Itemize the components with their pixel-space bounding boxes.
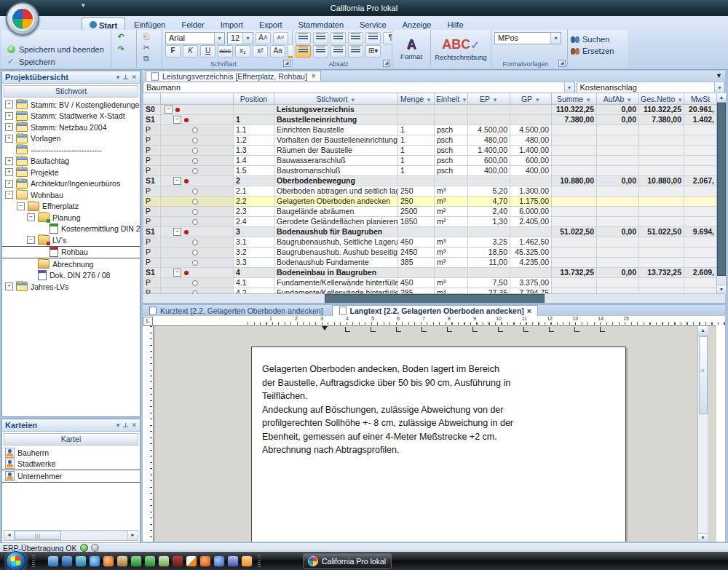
row-tree-cell[interactable]: − [161,176,234,186]
row-tree-cell[interactable]: − [161,156,234,166]
align-center-button[interactable] [313,45,328,58]
quick-launch-icon[interactable] [214,556,224,566]
table-row[interactable]: P − 4.2 Fundamente/Kellerwände hinterfül… [143,288,717,294]
row-tree-cell[interactable]: − [161,207,234,217]
row-tree-cell[interactable]: − [161,186,234,197]
numbered-list-button[interactable] [313,32,328,44]
page[interactable]: Gelagerten Oberboden andecken, Boden lag… [251,347,626,542]
tab-overflow-icon[interactable]: ▼ [716,71,722,81]
tree-item[interactable]: ---------------------------- [2,144,140,156]
tree-item[interactable]: Dok. DIN 276 / 08 [2,270,140,282]
tree-item[interactable]: Stamm: Stadtwerke X-Stadt [2,111,140,122]
collapse-icon[interactable]: − [173,228,181,236]
font-size-combo[interactable]: 12▾ [227,32,253,44]
grid-column-header[interactable]: Position▼ [234,93,274,105]
ribbon-tab[interactable]: Service [352,17,394,31]
tree-item[interactable]: LV's [2,234,140,246]
quick-launch-icon[interactable] [90,556,100,566]
horizontal-ruler[interactable]: 123456789101112131415 [248,316,725,325]
expander-icon[interactable] [27,236,35,244]
kartei-item[interactable]: Stadtwerke [2,459,140,470]
row-tree-cell[interactable]: − [161,258,234,268]
scroll-right-icon[interactable]: ► [127,531,138,540]
ribbon-tab[interactable]: Export [252,17,290,31]
expander-icon[interactable] [5,157,13,165]
row-tree-cell[interactable]: − [161,197,234,207]
style-combo[interactable]: MPos▾ [494,32,561,44]
format-button[interactable]: A Format [392,30,431,68]
grid-column-header[interactable]: AufAb▼ [597,93,639,105]
quick-launch-icon[interactable] [117,556,127,566]
quick-launch-icon[interactable] [242,556,252,566]
tree-item[interactable]: Architektur/Ingenieurbüros [2,178,140,190]
sort-dropdown-icon[interactable]: ▼ [492,97,498,103]
text-line[interactable]: der Baustelle, Auftragsdicke über 50 bis… [262,376,597,390]
project-column-header[interactable]: Stichwort [4,85,138,98]
table-row[interactable]: S0 − Leistungsverzeichnis 110.322,25 0,0… [143,105,717,115]
quick-launch-icon[interactable] [103,556,114,566]
superscript-button[interactable]: x² [253,45,268,58]
tab-stop-icons[interactable] [345,327,625,332]
ribbon-tab[interactable]: Import [213,17,250,31]
text-line[interactable]: Ebenheit, gemessen auf einer 4-Meter Meß… [262,430,597,444]
ribbon-tab[interactable]: Felder [175,17,212,31]
quick-launch-icon[interactable] [186,556,197,566]
scrollbar-thumb[interactable] [717,103,726,276]
paste-button[interactable]: ⎗ [140,32,153,42]
text-line[interactable]: Teilflächen. [262,389,597,403]
sort-dropdown-icon[interactable]: ▼ [677,97,683,103]
grid-column-header[interactable]: Einheit▼ [435,93,468,105]
table-row[interactable]: S1 − 4 Bodeneinbau in Baugruben 13.732,2… [143,268,717,278]
line-spacing-button[interactable]: ▾ [365,32,381,44]
row-tree-cell[interactable]: − [161,278,234,288]
tree-item[interactable]: Wohnbau [2,189,140,201]
expander-icon[interactable] [5,123,13,131]
tree-item[interactable]: Stamm: Netzbau 2004 [2,122,140,133]
table-row[interactable]: P − 3.2 Baugrubenaushub. Aushub beseitig… [143,248,717,258]
quick-launch-icon[interactable] [200,556,210,566]
row-tree-cell[interactable]: − [161,115,234,125]
tree-item[interactable]: Abrechnung [2,258,140,270]
grid-column-header[interactable]: EP▼ [468,93,510,105]
row-tree-cell[interactable]: − [161,248,234,258]
row-tree-cell[interactable]: − [161,217,234,227]
table-row[interactable]: P − 1.2 Vorhalten der Baustelleneinricht… [143,135,717,146]
ribbon-tab[interactable]: Start [82,17,125,31]
kartei-item[interactable]: Bauherrn [2,447,140,459]
quick-launch-icon[interactable] [62,556,72,566]
tree-item[interactable]: Effnerplatz [2,201,140,213]
change-case-button[interactable]: Aa [270,45,285,58]
editor-viewport[interactable]: Gelagerten Oberboden andecken, Boden lag… [154,326,708,542]
row-tree-cell[interactable]: − [161,288,234,294]
align-right-button[interactable] [331,45,346,58]
table-row[interactable]: S1 − 2 Oberbodenbewegung 10.880,00 0,00 … [143,176,717,186]
pin-icon[interactable]: ⊥ [122,421,128,429]
text-line[interactable]: Abrechnung nach Abtragsprofilen. [262,443,597,457]
grid-column-header[interactable]: MwSt▼ [684,93,717,105]
bullet-list-button[interactable] [296,32,311,44]
sort-dropdown-icon[interactable]: ▼ [350,97,356,103]
row-tree-cell[interactable]: − [161,135,234,146]
font-family-combo[interactable]: Arial▾ [165,32,225,44]
start-button[interactable] [6,551,26,570]
search-button[interactable]: Suchen [571,33,625,45]
close-tab-icon[interactable]: × [527,306,531,315]
expander-icon[interactable] [5,191,13,199]
panel-menu-icon[interactable]: ▾ [116,74,120,81]
scroll-left-icon[interactable]: ◄ [4,531,15,540]
cut-button[interactable]: ✂ [140,43,153,53]
quick-launch-icon[interactable] [48,556,58,566]
quick-launch-icon[interactable] [76,556,86,566]
grid-column-header[interactable]: Stichwort▼ [274,93,398,105]
text-line[interactable]: Andeckung auf Böschungen, zulässige Abwe… [262,403,597,417]
table-row[interactable]: P − 1.4 Bauwasseranschluß 1 psch 600,00 … [143,156,717,166]
justify-button[interactable] [348,45,363,58]
expander-icon[interactable] [5,180,13,188]
save-button[interactable]: Speichern [4,55,108,68]
quick-launch-icon[interactable] [173,556,183,566]
lv-document-tab[interactable]: Leistungsverzeichnis [Effnerplatz, Rohba… [146,71,321,81]
tree-item[interactable]: Baufachtag [2,156,140,167]
indent-marker-icon[interactable] [322,326,328,330]
table-row[interactable]: P − 1.5 Baustromanschluß 1 psch 400,00 4… [143,166,717,176]
kartei-item[interactable]: Unternehmer [2,470,140,483]
